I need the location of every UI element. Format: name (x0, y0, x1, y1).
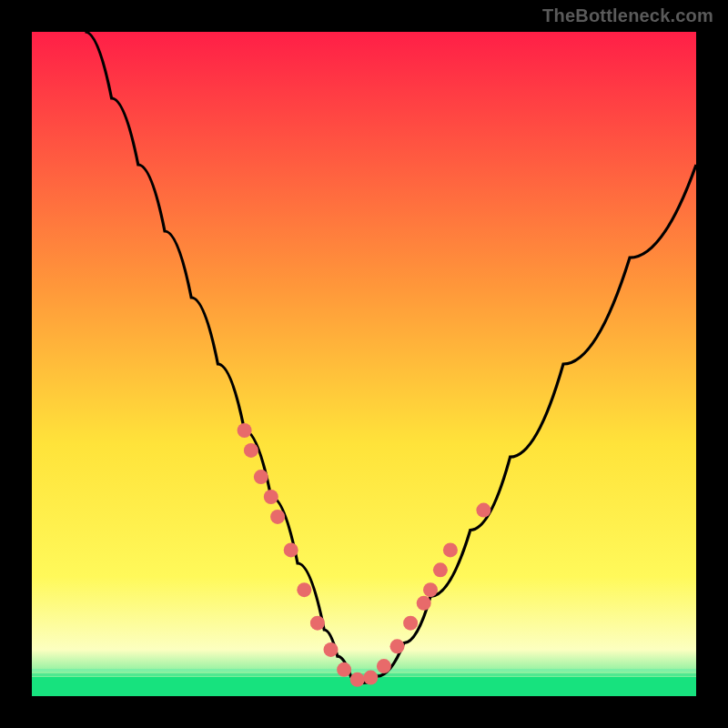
marker-point (297, 582, 311, 597)
marker-point (254, 470, 268, 484)
marker-point (350, 672, 365, 687)
marker-point (324, 642, 339, 657)
marker-point (310, 616, 325, 631)
bottleneck-curve (85, 32, 696, 682)
marker-point (270, 510, 285, 524)
outer-frame: TheBottleneck.com (0, 0, 728, 728)
marker-point (423, 582, 438, 597)
chart-svg (32, 32, 696, 696)
marker-point (377, 659, 391, 673)
marker-point (443, 542, 458, 557)
marker-point (476, 503, 490, 518)
marker-point (238, 423, 252, 438)
marker-point (417, 596, 431, 611)
chart-area (32, 32, 696, 696)
watermark-text: TheBottleneck.com (542, 5, 713, 26)
marker-point (264, 490, 278, 504)
marker-point (403, 616, 418, 631)
marker-point (390, 639, 405, 653)
marker-point (244, 443, 258, 458)
marker-group (238, 423, 491, 687)
marker-point (433, 562, 448, 577)
marker-point (337, 662, 351, 677)
marker-point (284, 542, 298, 557)
marker-point (363, 671, 378, 685)
